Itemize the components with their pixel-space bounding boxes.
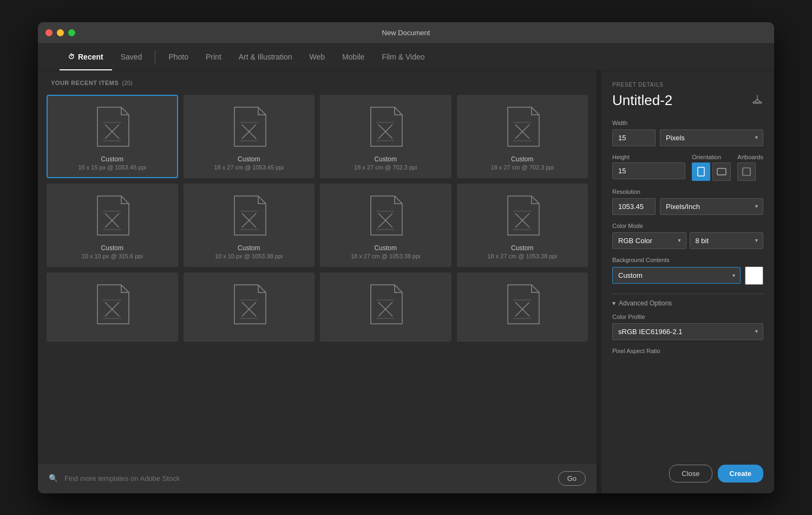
height-orientation-row: Height Orientation Artboards <box>612 154 763 181</box>
resolution-input[interactable] <box>612 198 656 215</box>
template-icon <box>90 102 134 151</box>
tab-film[interactable]: Film & Video <box>373 44 433 70</box>
template-card[interactable] <box>320 272 451 342</box>
template-card[interactable] <box>184 272 315 342</box>
color-mode-wrapper: RGB Color CMYK Color Grayscale <box>612 232 686 249</box>
landscape-btn[interactable] <box>712 162 731 181</box>
tab-print[interactable]: Print <box>197 44 230 70</box>
artboards-label: Artboards <box>737 154 763 160</box>
pixel-aspect-label: Pixel Aspect Ratio <box>612 348 763 354</box>
template-icon <box>364 191 407 240</box>
template-card[interactable]: Custom 15 x 15 px @ 1053.45 ppi <box>47 95 178 178</box>
save-preset-icon[interactable] <box>751 93 763 108</box>
scrollbar[interactable] <box>597 71 601 493</box>
template-card[interactable]: Custom 18 x 27 cm @ 1053.45 ppi <box>184 95 315 178</box>
svg-rect-50 <box>717 168 726 175</box>
bg-contents-row: Custom White Black Transparent <box>612 266 763 285</box>
template-size: 10 x 10 px @ 315.6 ppi <box>82 253 143 259</box>
template-card[interactable]: Custom 18 x 27 cm @ 702.3 ppi <box>320 95 451 178</box>
template-card[interactable]: Custom 18 x 27 cm @ 1053.38 ppi <box>320 184 451 267</box>
width-input[interactable] <box>612 129 656 146</box>
height-input[interactable] <box>612 162 685 179</box>
go-button[interactable]: Go <box>558 471 586 486</box>
search-icon: 🔍 <box>49 474 58 483</box>
bg-contents-label: Background Contents <box>612 257 763 263</box>
template-name: Custom <box>375 155 397 163</box>
artboards-btn[interactable] <box>737 162 756 181</box>
template-icon <box>364 102 407 151</box>
tab-photo[interactable]: Photo <box>160 44 197 70</box>
search-input[interactable] <box>64 474 552 483</box>
tab-mobile[interactable]: Mobile <box>333 44 373 70</box>
template-icon <box>364 280 407 329</box>
recent-items-label: YOUR RECENT ITEMS <box>51 80 119 86</box>
template-name: Custom <box>101 155 123 163</box>
template-name: Custom <box>238 244 260 252</box>
template-card[interactable] <box>457 272 588 342</box>
width-unit-select[interactable]: Pixels Inches cm mm <box>660 129 763 146</box>
width-unit-wrapper: Pixels Inches cm mm <box>660 129 763 146</box>
color-mode-select[interactable]: RGB Color CMYK Color Grayscale <box>612 232 686 249</box>
template-size: 18 x 27 cm @ 1053.38 ppi <box>351 253 421 259</box>
tab-saved[interactable]: Saved <box>112 44 151 70</box>
template-card[interactable]: Custom 10 x 10 px @ 1053.38 ppi <box>184 184 315 267</box>
bg-color-swatch[interactable] <box>745 266 763 285</box>
recent-icon: ⏱ <box>68 53 75 61</box>
tabs-bar: ⏱ Recent Saved Photo Print Art & Illustr… <box>38 44 774 71</box>
close-button[interactable]: Close <box>669 465 712 483</box>
template-card[interactable]: Custom 18 x 27 cm @ 1053.38 ppi <box>457 184 588 267</box>
template-size: 15 x 15 px @ 1053.45 ppi <box>78 164 146 171</box>
template-name: Custom <box>511 155 533 163</box>
section-divider <box>612 294 763 294</box>
color-profile-row: sRGB IEC61966-2.1 <box>612 323 763 340</box>
template-icon <box>90 191 134 240</box>
color-profile-label: Color Profile <box>612 314 763 320</box>
window-title: New Document <box>382 29 430 37</box>
main-content: YOUR RECENT ITEMS (20) Custom 15 x 15 px… <box>38 71 774 493</box>
width-label: Width <box>612 120 763 126</box>
artboards-col: Artboards <box>737 154 763 181</box>
svg-rect-51 <box>743 168 750 175</box>
search-bar: 🔍 Go <box>38 463 597 493</box>
template-icon <box>501 191 544 240</box>
template-name: Custom <box>375 244 397 252</box>
left-panel: YOUR RECENT ITEMS (20) Custom 15 x 15 px… <box>38 71 597 493</box>
template-card[interactable] <box>47 272 178 342</box>
create-button[interactable]: Create <box>718 465 763 483</box>
template-size: 10 x 10 px @ 1053.38 ppi <box>215 253 283 259</box>
minimize-window-btn[interactable] <box>57 29 64 36</box>
color-profile-select[interactable]: sRGB IEC61966-2.1 <box>612 323 763 340</box>
advanced-options-label: Advanced Options <box>619 299 672 307</box>
resolution-label: Resolution <box>612 188 763 195</box>
template-icon <box>501 280 544 329</box>
bottom-buttons: Close Create <box>612 454 763 483</box>
portrait-btn[interactable] <box>692 162 710 181</box>
tab-art[interactable]: Art & Illustration <box>230 44 301 70</box>
bg-contents-select[interactable]: Custom White Black Transparent <box>612 267 741 284</box>
svg-rect-49 <box>698 167 704 176</box>
tab-recent[interactable]: ⏱ Recent <box>60 44 112 70</box>
template-icon <box>227 102 271 151</box>
template-size: 18 x 27 cm @ 702.3 ppi <box>491 164 554 171</box>
color-depth-select[interactable]: 8 bit 16 bit 32 bit <box>690 232 764 249</box>
template-icon <box>501 102 544 151</box>
templates-grid: Custom 15 x 15 px @ 1053.45 ppi Custom 1… <box>38 93 597 463</box>
color-profile-wrapper: sRGB IEC61966-2.1 <box>612 323 763 340</box>
window-controls <box>45 29 75 36</box>
template-card[interactable]: Custom 18 x 27 cm @ 702.3 ppi <box>457 95 588 178</box>
resolution-unit-select[interactable]: Pixels/Inch Pixels/cm <box>660 198 763 215</box>
template-card[interactable]: Custom 10 x 10 px @ 315.6 ppi <box>47 184 178 267</box>
template-size: 18 x 27 cm @ 1053.38 ppi <box>487 253 557 259</box>
main-window: New Document ⏱ Recent Saved Photo Print … <box>38 22 774 493</box>
resolution-row: Pixels/Inch Pixels/cm <box>612 198 763 215</box>
template-size: 18 x 27 cm @ 702.3 ppi <box>354 164 417 171</box>
template-name: Custom <box>238 155 260 163</box>
tab-web[interactable]: Web <box>301 44 334 70</box>
maximize-window-btn[interactable] <box>68 29 75 36</box>
close-window-btn[interactable] <box>45 29 53 36</box>
template-icon <box>90 280 134 329</box>
advanced-toggle[interactable]: ▾ Advanced Options <box>612 299 763 307</box>
height-label: Height <box>612 154 685 160</box>
preset-title-row: Untitled-2 <box>612 92 763 109</box>
template-icon <box>227 280 271 329</box>
